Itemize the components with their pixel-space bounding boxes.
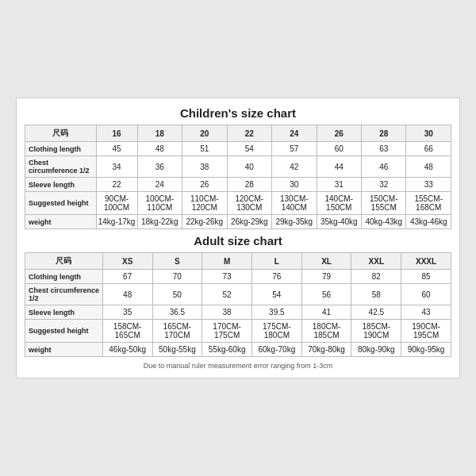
- cell-r2-c4: 30: [272, 178, 317, 192]
- cell-r3-c6: 150CM-155CM: [361, 192, 405, 215]
- cell-r0-c3: 54: [227, 142, 271, 156]
- column-header-6: XXL: [351, 253, 401, 270]
- cell-r4-c0: 46kg-50kg: [102, 343, 152, 357]
- cell-r4-c3: 26kg-29kg: [227, 215, 271, 229]
- cell-r4-c1: 18kg-22kg: [137, 215, 182, 229]
- cell-r3-c5: 185CM-190CM: [351, 320, 401, 343]
- cell-r1-c6: 60: [401, 284, 451, 305]
- cell-r3-c4: 130CM-140CM: [272, 192, 317, 215]
- adult-size-table: 尺码XSSMLXLXXLXXXL Clothing length67707376…: [25, 252, 451, 357]
- column-header-7: XXXL: [401, 253, 451, 270]
- cell-r0-c5: 60: [317, 142, 361, 156]
- cell-r4-c1: 50kg-55kg: [152, 343, 202, 357]
- cell-r3-c2: 110CM-120CM: [182, 192, 227, 215]
- cell-r0-c4: 79: [301, 270, 351, 284]
- adult-chart-title: Adult size chart: [25, 234, 451, 248]
- row-label-1: Chest circumference 1/2: [25, 284, 103, 305]
- column-header-4: 22: [227, 125, 271, 142]
- cell-r2-c6: 32: [361, 178, 405, 192]
- cell-r2-c2: 26: [182, 178, 227, 192]
- table-row: Suggested height158CM-165CM165CM-170CM17…: [25, 320, 451, 343]
- cell-r0-c0: 67: [102, 270, 152, 284]
- row-label-3: Suggested height: [25, 320, 103, 343]
- cell-r2-c4: 41: [301, 305, 351, 320]
- cell-r4-c3: 60kg-70kg: [251, 343, 301, 357]
- footer-note: Due to manual ruler measurement error ra…: [25, 362, 451, 370]
- cell-r4-c6: 90kg-95kg: [401, 343, 451, 357]
- size-chart-container: Children's size chart 尺码1618202224262830…: [16, 98, 460, 378]
- cell-r2-c5: 31: [317, 178, 361, 192]
- cell-r2-c2: 38: [202, 305, 252, 320]
- cell-r3-c5: 140CM-150CM: [317, 192, 361, 215]
- cell-r0-c2: 73: [202, 270, 252, 284]
- cell-r1-c7: 48: [406, 156, 451, 178]
- cell-r2-c5: 42.5: [351, 305, 401, 320]
- cell-r3-c0: 158CM-165CM: [102, 320, 152, 343]
- cell-r2-c1: 36.5: [152, 305, 202, 320]
- table-row: Chest circumference 1/23436384042444648: [25, 156, 451, 178]
- cell-r0-c1: 48: [137, 142, 182, 156]
- cell-r3-c6: 190CM-195CM: [401, 320, 451, 343]
- cell-r0-c2: 51: [182, 142, 227, 156]
- row-label-4: weight: [25, 215, 97, 229]
- children-chart-title: Children's size chart: [25, 106, 451, 120]
- table-row: Clothing length67707376798285: [25, 270, 451, 284]
- cell-r1-c0: 48: [102, 284, 152, 305]
- column-header-3: 20: [182, 125, 227, 142]
- column-header-4: L: [251, 253, 301, 270]
- cell-r3-c7: 155CM-168CM: [406, 192, 451, 215]
- column-header-0: 尺码: [25, 253, 103, 270]
- column-header-2: S: [152, 253, 202, 270]
- row-label-0: Clothing length: [25, 270, 103, 284]
- column-header-1: 16: [96, 125, 137, 142]
- cell-r0-c7: 66: [406, 142, 451, 156]
- cell-r2-c3: 39.5: [251, 305, 301, 320]
- table-row: Sleeve length2224262830313233: [25, 178, 451, 192]
- cell-r0-c4: 57: [272, 142, 317, 156]
- cell-r3-c3: 175CM-180CM: [251, 320, 301, 343]
- cell-r4-c6: 40kg-43kg: [361, 215, 405, 229]
- row-label-2: Sleeve length: [25, 305, 103, 320]
- column-header-1: XS: [102, 253, 152, 270]
- table-row: Sleeve length3536.53839.54142.543: [25, 305, 451, 320]
- cell-r0-c6: 63: [361, 142, 405, 156]
- adult-chart-section: Adult size chart 尺码XSSMLXLXXLXXXL Clothi…: [25, 234, 451, 357]
- table-row: weight46kg-50kg50kg-55kg55kg-60kg60kg-70…: [25, 343, 451, 357]
- cell-r1-c4: 56: [301, 284, 351, 305]
- row-label-3: Suggested height: [25, 192, 97, 215]
- cell-r0-c0: 45: [96, 142, 137, 156]
- row-label-0: Clothing length: [25, 142, 97, 156]
- cell-r1-c3: 40: [227, 156, 271, 178]
- cell-r1-c2: 38: [182, 156, 227, 178]
- cell-r4-c2: 22kg-26kg: [182, 215, 227, 229]
- cell-r0-c1: 70: [152, 270, 202, 284]
- cell-r4-c4: 70kg-80kg: [301, 343, 351, 357]
- cell-r1-c4: 42: [272, 156, 317, 178]
- cell-r1-c1: 36: [137, 156, 182, 178]
- cell-r1-c3: 54: [251, 284, 301, 305]
- column-header-5: 24: [272, 125, 317, 142]
- cell-r1-c1: 50: [152, 284, 202, 305]
- table-row: Chest circumference 1/248505254565860: [25, 284, 451, 305]
- cell-r2-c1: 24: [137, 178, 182, 192]
- column-header-7: 28: [361, 125, 405, 142]
- cell-r2-c3: 28: [227, 178, 271, 192]
- column-header-0: 尺码: [25, 125, 97, 142]
- column-header-2: 18: [137, 125, 182, 142]
- row-label-4: weight: [25, 343, 103, 357]
- column-header-6: 26: [317, 125, 361, 142]
- row-label-2: Sleeve length: [25, 178, 97, 192]
- cell-r4-c5: 80kg-90kg: [351, 343, 401, 357]
- cell-r2-c6: 43: [401, 305, 451, 320]
- cell-r2-c0: 35: [102, 305, 152, 320]
- cell-r0-c5: 82: [351, 270, 401, 284]
- cell-r2-c0: 22: [96, 178, 137, 192]
- cell-r1-c2: 52: [202, 284, 252, 305]
- cell-r4-c2: 55kg-60kg: [202, 343, 252, 357]
- cell-r1-c5: 58: [351, 284, 401, 305]
- cell-r4-c5: 35kg-40kg: [317, 215, 361, 229]
- children-size-table: 尺码1618202224262830 Clothing length454851…: [25, 125, 451, 229]
- cell-r3-c1: 100CM-110CM: [137, 192, 182, 215]
- cell-r4-c0: 14kg-17kg: [96, 215, 137, 229]
- column-header-8: 30: [406, 125, 451, 142]
